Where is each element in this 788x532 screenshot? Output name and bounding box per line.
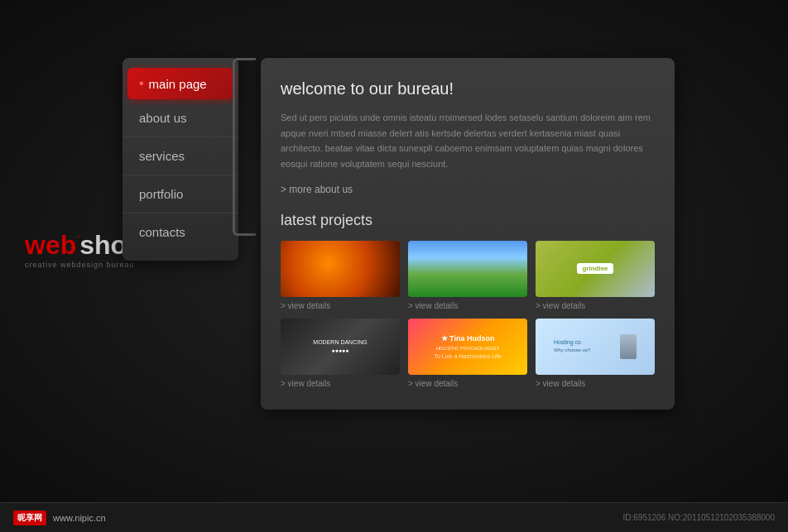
nav-item-contacts[interactable]: contacts	[123, 213, 238, 251]
project-item-1: > view details	[281, 241, 400, 310]
view-details-6[interactable]: > view details	[536, 379, 655, 388]
view-details-3[interactable]: > view details	[536, 301, 655, 310]
bottom-logo-box: 昵享网	[13, 510, 46, 525]
bottom-url: www.nipic.cn	[53, 513, 106, 523]
project-item-6: Hosting coWhy choose us? > view details	[536, 319, 655, 388]
nav-item-portfolio[interactable]: portfolio	[123, 175, 238, 213]
nav-item-about-us[interactable]: about us	[123, 99, 238, 137]
project-thumb-4: MODERN DANCING●●●●●	[281, 319, 400, 375]
logo-tagline: creative webdesign bureau	[25, 261, 136, 269]
bracket-decoration	[233, 58, 256, 236]
nav-item-main-page[interactable]: main page	[127, 68, 233, 99]
projects-section-title: latest projects	[281, 212, 655, 229]
thumb-6-text: Hosting coWhy choose us?	[554, 338, 590, 354]
thumb-6-shape	[620, 334, 637, 359]
content-body: Sed ut pers piciatis unde omnis isteatu …	[281, 110, 655, 172]
project-thumb-6: Hosting coWhy choose us?	[536, 319, 655, 375]
content-panel: welcome to our bureau! Sed ut pers picia…	[261, 58, 675, 410]
bottom-id: ID:6951206 NO:20110512102035388000	[623, 513, 776, 522]
project-item-3: grindlee > view details	[536, 241, 655, 310]
view-details-2[interactable]: > view details	[408, 301, 527, 310]
thumb-3-logo: grindlee	[577, 263, 613, 274]
nav-item-services[interactable]: services	[123, 137, 238, 175]
nav-panel: main page about us services portfolio co…	[123, 58, 238, 261]
logo-area: web´shot creative webdesign bureau	[25, 232, 136, 269]
project-item-5: ★ Tina HudsonHOLISTIC PSYCHOLOGIST To Li…	[408, 319, 527, 388]
logo: web´shot	[25, 232, 136, 258]
view-details-1[interactable]: > view details	[281, 301, 400, 310]
project-thumb-3: grindlee	[536, 241, 655, 297]
thumb-4-text: MODERN DANCING●●●●●	[313, 338, 367, 355]
projects-grid: > view details > view details grindlee >…	[281, 241, 655, 388]
project-thumb-1	[281, 241, 400, 297]
project-item-4: MODERN DANCING●●●●● > view details	[281, 319, 400, 388]
logo-web: web	[25, 230, 76, 260]
project-thumb-2	[408, 241, 527, 297]
content-title: welcome to our bureau!	[281, 79, 655, 98]
thumb-5-content: ★ Tina HudsonHOLISTIC PSYCHOLOGIST To Li…	[435, 334, 502, 359]
project-thumb-5: ★ Tina HudsonHOLISTIC PSYCHOLOGIST To Li…	[408, 319, 527, 375]
bottom-bar-left: 昵享网 www.nipic.cn	[13, 510, 106, 525]
view-details-5[interactable]: > view details	[408, 379, 527, 388]
project-item-2: > view details	[408, 241, 527, 310]
more-about-us-link[interactable]: > more about us	[281, 184, 655, 195]
view-details-4[interactable]: > view details	[281, 379, 400, 388]
bottom-bar: 昵享网 www.nipic.cn ID:6951206 NO:201105121…	[0, 502, 788, 532]
